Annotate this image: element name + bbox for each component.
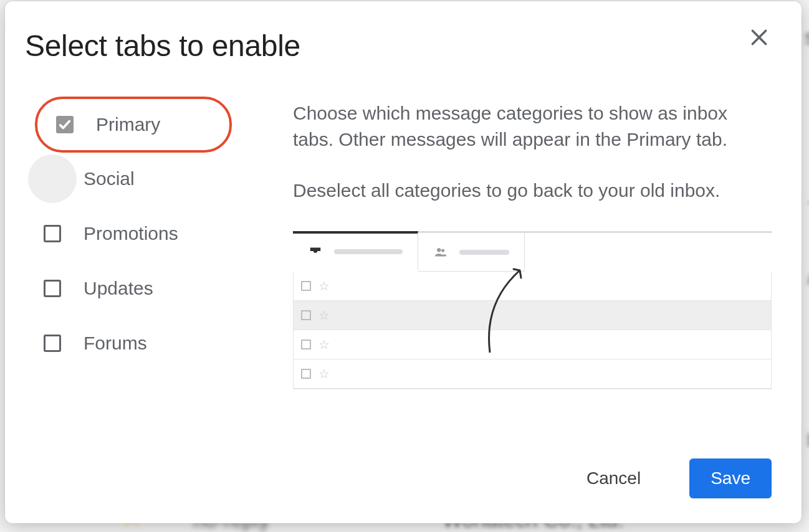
category-label: Updates <box>84 278 153 299</box>
category-forums[interactable]: Forums <box>39 316 256 371</box>
arrow-illustration <box>452 265 552 365</box>
checkbox-promotions[interactable] <box>44 225 61 242</box>
bg-right-text: s <box>805 25 809 49</box>
description-line-1: Choose which message categories to show … <box>293 100 729 153</box>
category-label: Social <box>84 168 135 189</box>
people-icon <box>433 245 448 259</box>
save-button[interactable]: Save <box>689 458 772 498</box>
category-list: Primary Social Promotions Updates Forums <box>25 97 256 440</box>
close-icon <box>749 27 769 47</box>
category-social[interactable]: Social <box>39 151 256 206</box>
inbox-icon <box>308 245 323 259</box>
close-button[interactable] <box>744 22 774 52</box>
category-updates[interactable]: Updates <box>39 261 256 316</box>
inbox-preview-illustration: ☆ ☆ ☆ ☆ <box>293 231 772 389</box>
dialog-right-column: Choose which message categories to show … <box>293 97 772 440</box>
dialog-title: Select tabs to enable <box>25 29 772 63</box>
category-label: Forums <box>84 333 147 354</box>
cancel-button[interactable]: Cancel <box>565 458 662 498</box>
select-tabs-dialog: Select tabs to enable Primary Social Pro… <box>5 1 802 523</box>
category-primary[interactable]: Primary <box>35 97 232 153</box>
dialog-footer: Cancel Save <box>25 458 772 498</box>
dialog-description: Choose which message categories to show … <box>293 100 729 204</box>
checkbox-primary[interactable] <box>56 116 74 133</box>
svg-point-1 <box>441 249 444 252</box>
checkbox-social[interactable] <box>44 170 61 188</box>
category-label: Primary <box>96 114 160 135</box>
category-label: Promotions <box>84 223 178 244</box>
description-line-2: Deselect all categories to go back to yo… <box>293 178 729 204</box>
svg-point-0 <box>437 248 441 252</box>
check-icon <box>58 118 72 131</box>
category-promotions[interactable]: Promotions <box>39 206 256 261</box>
dialog-body: Primary Social Promotions Updates Forums <box>25 97 772 440</box>
checkbox-forums[interactable] <box>44 335 61 352</box>
checkbox-updates[interactable] <box>44 280 61 297</box>
preview-tab-primary <box>293 231 418 270</box>
